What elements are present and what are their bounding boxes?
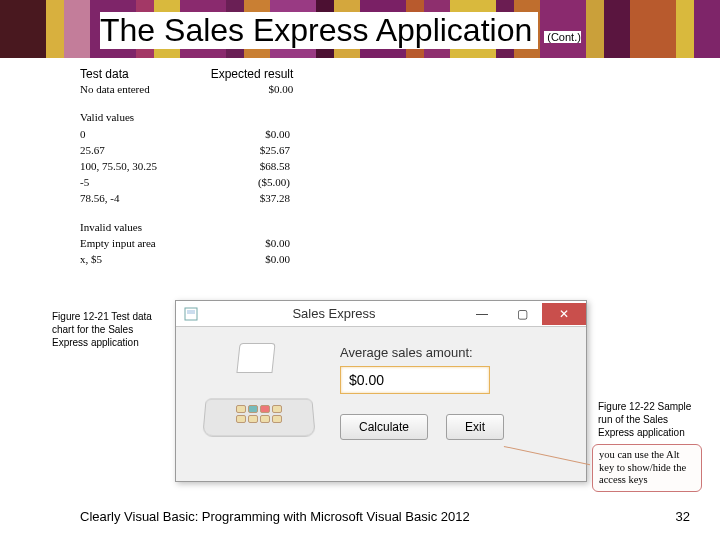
- minimize-button[interactable]: —: [462, 303, 502, 325]
- valid-row-in: 0: [80, 127, 200, 142]
- col-header-result: Expected result: [203, 66, 293, 82]
- figure-12-21-caption: Figure 12-21 Test data chart for the Sal…: [52, 310, 162, 349]
- valid-row-out: $68.58: [200, 159, 290, 174]
- invalid-row-out: $0.00: [200, 252, 290, 267]
- row-nodata-out: $0.00: [203, 82, 293, 97]
- invalid-header: Invalid values: [80, 220, 200, 235]
- cash-register-icon: [194, 341, 324, 441]
- valid-row-out: ($5.00): [200, 175, 290, 190]
- invalid-row-in: x, $5: [80, 252, 200, 267]
- figure-12-22-caption: Figure 12-22 Sample run of the Sales Exp…: [598, 400, 698, 439]
- continued-marker: (Cont.): [544, 31, 581, 43]
- exit-button[interactable]: Exit: [446, 414, 504, 440]
- row-nodata-in: No data entered: [80, 82, 200, 97]
- window-title: Sales Express: [206, 306, 462, 321]
- app-icon: [182, 305, 200, 323]
- footer-text: Clearly Visual Basic: Programming with M…: [80, 509, 470, 524]
- alt-key-callout: you can use the Alt key to show/hide the…: [592, 444, 702, 492]
- close-button[interactable]: ✕: [542, 303, 586, 325]
- page-number: 32: [676, 509, 690, 524]
- invalid-row-in: Empty input area: [80, 236, 200, 251]
- valid-header: Valid values: [80, 110, 200, 125]
- titlebar: Sales Express — ▢ ✕: [176, 301, 586, 327]
- valid-row-out: $25.67: [200, 143, 290, 158]
- valid-row-out: $37.28: [200, 191, 290, 206]
- avg-sales-output: $0.00: [340, 366, 490, 394]
- valid-row-in: 78.56, -4: [80, 191, 200, 206]
- valid-row-in: 100, 75.50, 30.25: [80, 159, 200, 174]
- col-header-test: Test data: [80, 66, 200, 82]
- avg-sales-label: Average sales amount:: [340, 345, 568, 360]
- svg-rect-1: [187, 310, 195, 314]
- maximize-button[interactable]: ▢: [502, 303, 542, 325]
- test-data-chart: Test data Expected result No data entere…: [80, 66, 293, 268]
- valid-row-in: 25.67: [80, 143, 200, 158]
- invalid-row-out: $0.00: [200, 236, 290, 251]
- valid-row-out: $0.00: [200, 127, 290, 142]
- calculate-button[interactable]: Calculate: [340, 414, 428, 440]
- page-title: The Sales Express Application: [100, 12, 538, 49]
- valid-row-in: -5: [80, 175, 200, 190]
